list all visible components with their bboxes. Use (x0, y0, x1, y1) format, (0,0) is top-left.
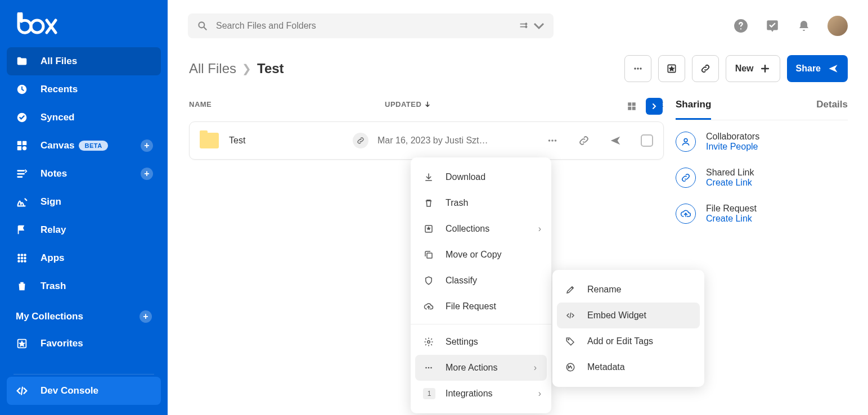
menu-trash[interactable]: Trash (411, 190, 551, 216)
star-box-icon (423, 224, 434, 234)
sort-desc-icon (424, 101, 431, 109)
menu-integrations[interactable]: 1Integrations› (411, 381, 551, 407)
new-button[interactable]: New (726, 55, 780, 82)
sidebar-item-label: Apps (41, 252, 65, 264)
chevron-right-icon: › (538, 389, 541, 399)
svg-point-22 (637, 67, 638, 69)
sidebar-item-label: Synced (41, 112, 74, 123)
sidebar-item-label: Sign (41, 196, 61, 208)
sidebar-item-apps[interactable]: Apps (7, 244, 161, 272)
menu-settings[interactable]: Settings (411, 329, 551, 355)
tab-details[interactable]: Details (816, 99, 848, 120)
details-panel-toggle[interactable] (646, 98, 663, 115)
notifications-button[interactable] (796, 18, 812, 34)
download-icon (423, 172, 434, 182)
dev-console-button[interactable]: Dev Console (7, 377, 161, 405)
svg-point-30 (551, 139, 554, 142)
collections-button[interactable] (658, 55, 685, 82)
sidebar-item-all-files[interactable]: All Files (7, 47, 161, 75)
chevron-right-icon: › (538, 224, 541, 234)
svg-point-13 (17, 260, 20, 263)
folder-icon (200, 133, 219, 148)
shared-link-chip[interactable] (353, 133, 368, 148)
search-bar[interactable] (188, 13, 554, 38)
trash-icon (16, 280, 28, 292)
invite-people-link[interactable]: Invite People (706, 142, 759, 152)
chevron-right-icon: ❯ (242, 62, 251, 75)
shared-link-label: Shared Link (706, 168, 754, 178)
svg-point-12 (24, 257, 26, 260)
menu-collections[interactable]: Collections› (411, 216, 551, 242)
sidebar-item-label: Notes (41, 168, 67, 179)
svg-point-19 (525, 26, 527, 28)
metadata-icon (565, 362, 576, 372)
submenu-rename[interactable]: Rename (552, 277, 704, 303)
sidebar-item-synced[interactable]: Synced (7, 103, 161, 132)
more-options-button[interactable] (624, 55, 651, 82)
cloud-upload-icon (423, 301, 434, 312)
person-icon (676, 132, 696, 152)
sidebar-item-favorites[interactable]: Favorites (7, 330, 161, 358)
copy-icon (423, 250, 434, 260)
svg-point-31 (555, 139, 557, 142)
svg-rect-25 (628, 102, 631, 106)
menu-file-request[interactable]: File Request (411, 294, 551, 319)
sidebar-item-canvas[interactable]: Canvas BETA + (7, 132, 161, 160)
breadcrumb: All Files ❯ Test (189, 61, 284, 76)
table-row[interactable]: Test Mar 16, 2023 by Justi Szt… (189, 121, 664, 160)
sidebar-item-label: Trash (41, 281, 66, 292)
file-request-create-link[interactable]: Create Link (706, 214, 757, 224)
help-button[interactable] (733, 18, 749, 34)
sidebar-item-notes[interactable]: Notes + (7, 160, 161, 188)
svg-point-6 (23, 146, 26, 150)
file-request-label: File Request (706, 204, 757, 214)
svg-point-21 (634, 67, 636, 69)
submenu-embed-widget[interactable]: Embed Widget (557, 303, 700, 328)
row-checkbox[interactable] (641, 134, 653, 147)
user-avatar[interactable] (827, 16, 848, 36)
grid-view-button[interactable] (623, 98, 640, 115)
tab-sharing[interactable]: Sharing (676, 99, 711, 120)
search-input[interactable] (216, 21, 519, 31)
share-button[interactable]: Share (787, 55, 848, 82)
svg-point-40 (684, 139, 687, 142)
tasks-button[interactable] (764, 18, 780, 34)
divider (14, 374, 154, 375)
sidebar-item-relay[interactable]: Relay (7, 216, 161, 244)
breadcrumb-root[interactable]: All Files (189, 61, 236, 76)
code-icon (565, 310, 576, 321)
link-button[interactable] (692, 55, 719, 82)
menu-classify[interactable]: Classify (411, 268, 551, 294)
row-link-button[interactable] (578, 134, 590, 147)
file-request-section: File Request Create Link (676, 204, 848, 224)
svg-rect-4 (23, 141, 26, 145)
row-share-button[interactable] (609, 134, 622, 147)
menu-download[interactable]: Download (411, 164, 551, 190)
sidebar-item-sign[interactable]: Sign (7, 188, 161, 216)
sidebar-item-recents[interactable]: Recents (7, 75, 161, 103)
svg-point-29 (548, 139, 551, 142)
canvas-icon (16, 139, 28, 152)
sidebar-item-trash[interactable]: Trash (7, 272, 161, 300)
column-updated[interactable]: UPDATED (385, 100, 520, 109)
add-collection-button[interactable]: + (140, 310, 152, 323)
submenu-metadata[interactable]: Metadata (552, 354, 704, 380)
row-more-button[interactable] (546, 134, 559, 147)
chevron-right-icon: › (534, 363, 537, 373)
row-name[interactable]: Test (229, 136, 353, 146)
add-note-button[interactable]: + (141, 168, 153, 180)
header (168, 0, 868, 52)
create-link-link[interactable]: Create Link (706, 178, 754, 188)
sidebar-item-label: Canvas (41, 140, 74, 151)
menu-more-actions[interactable]: More Actions› (415, 355, 547, 381)
box-logo[interactable] (0, 0, 168, 47)
sidebar: All Files Recents Synced Canvas BETA + N… (0, 0, 168, 415)
svg-point-7 (17, 254, 20, 256)
column-name[interactable]: NAME (189, 100, 385, 109)
menu-move-copy[interactable]: Move or Copy (411, 242, 551, 268)
search-filter-button[interactable] (519, 20, 545, 31)
add-canvas-button[interactable]: + (141, 139, 153, 152)
submenu-tags[interactable]: Add or Edit Tags (552, 328, 704, 354)
svg-rect-26 (632, 102, 636, 106)
collaborators-section: Collaborators Invite People (676, 132, 848, 152)
